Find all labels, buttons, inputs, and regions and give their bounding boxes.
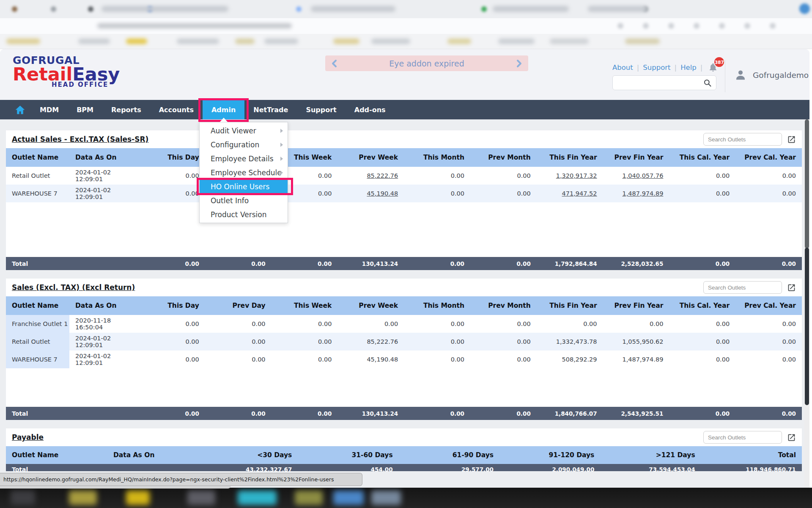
total-cell: 73,594,453.04 [600,464,701,471]
nav-item-admin[interactable]: Admin Audit Viewer Configuration Employe… [203,100,244,119]
value-link[interactable]: 1,040,057.76 [623,172,664,179]
blurred-text [264,39,298,44]
table-cell: 45,190.48 [337,351,404,368]
dashboard-content: Actual Sales - Excl.TAX (Sales-SR) Outle… [0,119,809,488]
blurred-icon [744,23,750,29]
header-row: Outlet NameData As OnThis DayPrev DayThi… [6,148,802,167]
blurred-text [69,491,97,505]
nav-item-support[interactable]: Support [297,100,345,119]
page-scrollbar[interactable] [804,119,809,488]
menu-item-employee-details[interactable]: Employee Details [200,152,288,166]
scrollbar-thumb[interactable] [805,119,809,248]
search-icon[interactable] [703,79,712,87]
blurred-text [177,39,219,44]
table-cell: 0.00 [272,351,338,368]
column-header: Prev Fin Year [603,296,669,315]
nav-item-bpm[interactable]: BPM [68,100,102,119]
user-avatar-icon [734,69,747,81]
table-cell: 0.00 [404,315,470,333]
nav-item-accounts[interactable]: Accounts [150,100,203,119]
nav-item-mdm[interactable]: MDM [31,100,68,119]
table-cell: 0.00 [139,167,205,185]
nav-item-reports[interactable]: Reports [102,100,150,119]
table-cell: 2024-01-02 12:09:01 [69,185,139,202]
menu-item-ho-online-users[interactable]: HO Online Users [200,179,288,193]
search-outlets-input[interactable] [703,133,782,146]
total-cell: 0.00 [470,407,537,420]
total-cell: 0.00 [404,407,470,420]
menu-item-outlet-info[interactable]: Outlet Info [200,193,288,207]
home-nav-item[interactable] [9,100,31,119]
value-link[interactable]: 85,222.76 [367,172,398,179]
total-cell: 0.00 [669,407,735,420]
table-cell: 0.00 [669,185,735,202]
table-cell: 0.00 [404,167,470,185]
table-cell: 0.00 [139,185,205,202]
table-cell: 0.00 [470,351,537,368]
global-search-input[interactable] [617,79,703,87]
table-cell: 0.00 [470,167,537,185]
table-cell: 0.00 [669,167,735,185]
menu-item-employee-schedule[interactable]: Employee Schedule [200,166,288,179]
blurred-text [11,491,35,505]
banner-next-icon[interactable] [516,59,522,68]
value-link[interactable]: 1,320,917.32 [556,172,597,179]
table-cell: 0.00 [337,315,404,333]
search-outlets-input[interactable] [703,281,782,294]
value-link[interactable]: 471,947.52 [562,190,597,197]
table-cell: 0.00 [735,351,802,368]
column-header: Prev Cal. Year [735,296,802,315]
value-link[interactable]: 1,487,974.89 [623,190,664,197]
notification-banner: Eye addon expired [325,55,528,71]
blurred-text [498,39,535,44]
column-header: 31-60 Days [298,446,398,464]
table-cell: 0.00 [735,167,802,185]
notifications-bell[interactable]: 387 [708,62,719,73]
banner-prev-icon[interactable] [331,59,338,68]
column-header: This Cal. Year [669,296,735,315]
nav-item-addons[interactable]: Add-ons [346,100,395,119]
blurred-text [295,491,323,505]
total-cell: 2,090,049.00 [499,464,600,471]
menu-item-product-version[interactable]: Product Version [200,207,288,221]
username: Gofrugaldemo [753,71,809,80]
blurred-icon [51,6,56,12]
blurred-text [371,39,410,44]
table-cell: WAREHOUSE 7 [6,185,69,202]
total-cell: 0.00 [404,257,470,270]
user-menu[interactable]: Gofrugaldemo [734,69,809,81]
table-cell: 0.00 [139,351,205,368]
global-search-box [612,75,716,90]
open-in-new-icon[interactable] [787,433,796,442]
column-header: Prev Day [205,296,272,315]
menu-item-audit-viewer[interactable]: Audit Viewer [200,124,288,138]
help-link[interactable]: Help [680,64,697,72]
total-cell: 0.00 [205,407,272,420]
blurred-icon [694,23,700,29]
blurred-icon [88,6,93,12]
table-cell: 2024-01-02 12:09:01 [69,351,139,368]
search-outlets-input[interactable] [703,431,782,444]
open-in-new-icon[interactable] [787,135,796,144]
blurred-text [447,39,471,44]
menu-item-configuration[interactable]: Configuration [200,138,288,152]
support-link[interactable]: Support [643,64,670,72]
nav-item-nettrade[interactable]: NetTrade [244,100,297,119]
scrollbar-thumb-inner[interactable] [805,248,809,405]
value-link[interactable]: 45,190.48 [367,190,398,197]
blurred-text [78,39,110,44]
open-in-new-icon[interactable] [787,283,796,292]
total-row: Total0.000.000.00130,413.240.000.001,840… [6,407,802,420]
total-cell: 1,792,864.84 [537,257,603,270]
table-cell: 0.00 [735,315,802,333]
column-header: This Day [139,148,205,167]
total-cell: 118,946,860.71 [701,464,802,471]
column-header: This Month [404,148,470,167]
about-link[interactable]: About [612,64,633,72]
blurred-icon [643,23,649,29]
table-cell: 85,222.76 [337,167,404,185]
total-cell: 29,577.00 [399,464,499,471]
blurred-text [238,491,277,505]
table-cell: 0.00 [735,333,802,351]
column-header: This Month [404,296,470,315]
